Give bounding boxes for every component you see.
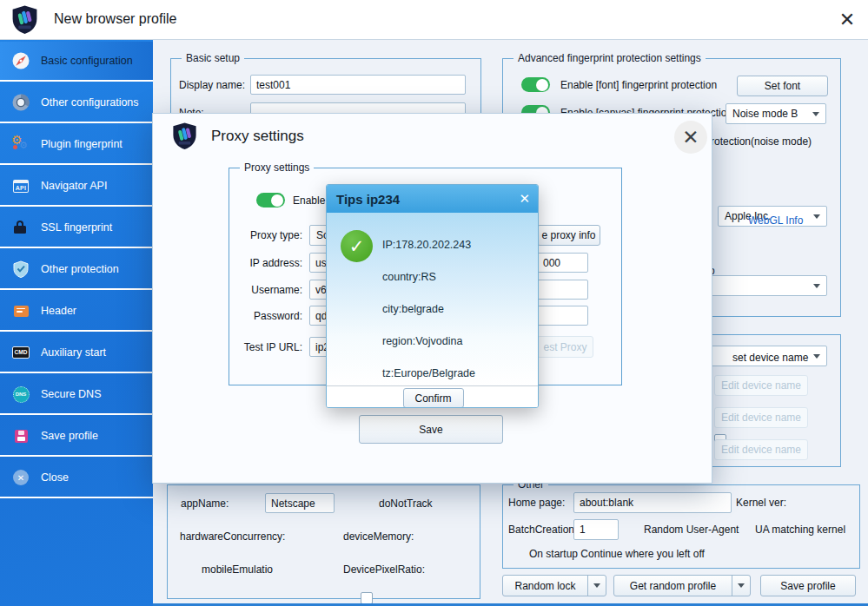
sidebar-item-label: Secure DNS	[41, 388, 101, 400]
hardware-concurrency-label: hardwareConcurrency:	[180, 530, 285, 543]
edit-device-name-button[interactable]: Edit device name	[714, 439, 808, 460]
sidebar-item-label: Plugin fingerprint	[41, 138, 123, 150]
sidebar-item-label: Header	[41, 305, 76, 317]
tips-line: country:RS	[382, 269, 475, 286]
sidebar-item-label: Close	[41, 471, 69, 484]
donottrack-checkbox[interactable]	[361, 592, 373, 604]
floppy-icon	[10, 425, 31, 446]
sidebar-item-close[interactable]: ✕ Close	[0, 458, 153, 498]
edit-device-name-button[interactable]: Edit device name	[714, 375, 808, 396]
sidebar-item-label: Navigator API	[41, 180, 107, 192]
group-legend: Advanced fingerprint protection settings	[514, 52, 706, 64]
font-protection-label: Enable [font] fingerprint protection	[560, 79, 717, 91]
tips-title: Tips ip234	[336, 192, 400, 207]
header-doc-icon	[10, 300, 31, 321]
sidebar-item-secure-dns[interactable]: DNS Secure DNS	[0, 375, 153, 415]
modal-close-icon[interactable]: ✕	[674, 121, 707, 154]
edit-device-name-button[interactable]: Edit device name	[714, 407, 808, 428]
sidebar-item-label: Other configurations	[41, 96, 139, 109]
tips-footer: Confirm	[327, 385, 539, 408]
sidebar-item-label: SSL fingerprint	[41, 221, 112, 234]
donottrack-label: doNotTrack	[379, 497, 433, 510]
sidebar-item-label: Auxiliary start	[41, 346, 106, 359]
titlebar: New browser profile ✕	[0, 0, 868, 40]
chevron-down-icon[interactable]	[732, 576, 750, 596]
sidebar-item-plugin-fingerprint[interactable]: ⚙⚙ Plugin fingerprint	[0, 125, 153, 165]
font-protection-toggle[interactable]	[521, 77, 550, 92]
modal-title: Proxy settings	[211, 128, 304, 145]
save-profile-button[interactable]: Save profile	[760, 575, 856, 596]
success-check-icon: ✓	[341, 230, 373, 262]
noise-mode-dropdown[interactable]: Noise mode B	[726, 103, 826, 124]
confirm-button[interactable]: Confirm	[403, 388, 464, 408]
modal-save-button[interactable]: Save	[359, 415, 503, 444]
password-label: Password:	[229, 310, 302, 322]
tips-line: city:belgrade	[382, 301, 475, 318]
app-window: New browser profile ✕ Basic configuratio…	[0, 0, 868, 606]
shield-check-icon	[10, 259, 31, 280]
sidebar-item-other-protection[interactable]: Other protection	[0, 250, 153, 290]
sidebar-item-label: Other protection	[41, 263, 119, 275]
kernel-version-label: Kernel ver:	[736, 497, 786, 509]
webgl-info-link[interactable]: WebGL Info	[748, 214, 803, 227]
get-random-profile-label: Get random profile	[614, 580, 732, 592]
tips-body: ✓ IP:178.20.202.243 country:RS city:belg…	[327, 213, 539, 385]
chevron-down-icon[interactable]	[587, 576, 606, 596]
close-circle-icon: ✕	[10, 467, 31, 488]
random-lock-label: Random lock	[503, 580, 587, 592]
test-ip-url-label: Test IP URL:	[229, 341, 302, 353]
random-user-agent-label: Random User-Agent	[644, 524, 739, 536]
window-close-icon[interactable]: ✕	[833, 7, 861, 33]
port-input[interactable]: 000	[537, 253, 588, 273]
browser-sphere-icon	[10, 92, 31, 113]
sidebar-item-basic-configuration[interactable]: Basic configuration	[0, 42, 153, 82]
tips-header: Tips ip234 ✕	[327, 185, 539, 213]
appname-input[interactable]: Netscape	[265, 493, 335, 513]
display-name-input[interactable]: test001	[250, 75, 466, 95]
dns-globe-icon: DNS	[10, 384, 31, 405]
modal-logo-icon	[170, 122, 199, 154]
tips-popup: Tips ip234 ✕ ✓ IP:178.20.202.243 country…	[326, 184, 539, 408]
tips-close-icon[interactable]: ✕	[519, 191, 530, 207]
api-window-icon: API	[10, 175, 31, 196]
set-device-name-label: set device name	[732, 352, 808, 364]
sidebar-item-other-configurations[interactable]: Other configurations	[0, 83, 153, 123]
sidebar-item-header[interactable]: Header	[0, 292, 153, 332]
enable-proxy-toggle[interactable]	[256, 193, 285, 207]
tips-line: IP:178.20.202.243	[382, 237, 475, 254]
sidebar-item-navigator-api[interactable]: API Navigator API	[0, 167, 153, 207]
get-random-profile-button[interactable]: Get random profile	[613, 575, 751, 596]
compass-icon	[10, 50, 31, 71]
homepage-input[interactable]: about:blank	[573, 492, 732, 513]
display-name-label: Display name:	[179, 79, 245, 91]
tips-line: region:Vojvodina	[382, 333, 475, 350]
gears-icon: ⚙⚙	[10, 134, 31, 155]
window-title: New browser profile	[54, 11, 176, 27]
paste-proxy-info-button[interactable]: e proxy info	[537, 225, 600, 246]
sidebar-item-auxiliary-start[interactable]: CMD Auxiliary start	[0, 333, 153, 373]
webgl-protection-label-fragment: rotection(noise mode)	[711, 135, 812, 148]
sidebar-item-ssl-fingerprint[interactable]: SSL fingerprint	[0, 208, 153, 248]
proxy-type-label: Proxy type:	[229, 229, 302, 241]
cmd-icon: CMD	[10, 342, 31, 363]
random-lock-button[interactable]: Random lock	[502, 575, 606, 596]
lock-icon	[10, 217, 31, 238]
tips-line: tz:Europe/Belgrade	[382, 366, 475, 382]
sidebar-item-save-profile[interactable]: Save profile	[0, 417, 153, 457]
appname-label: appName:	[181, 497, 229, 510]
ip-address-label: IP address:	[229, 257, 302, 269]
batch-creation-stepper[interactable]: 1	[573, 519, 619, 540]
mobile-emulation-label: mobileEmulatio	[202, 563, 273, 576]
device-memory-label: deviceMemory:	[343, 530, 414, 543]
ua-matching-kernel-label: UA matching kernel	[755, 524, 845, 536]
set-font-button[interactable]: Set font	[737, 76, 828, 96]
sidebar-item-label: Save profile	[41, 430, 98, 442]
sidebar-item-label: Basic configuration	[41, 55, 133, 67]
device-pixel-ratio-label: DevicePixelRatio:	[343, 563, 425, 576]
tips-ip-details: IP:178.20.202.243 country:RS city:belgra…	[382, 221, 475, 408]
group-legend: Proxy settings	[240, 161, 314, 174]
group-legend: Basic setup	[182, 52, 244, 64]
test-proxy-button[interactable]: est Proxy	[537, 336, 593, 358]
batch-creation-label: BatchCreation:	[508, 524, 577, 536]
username-label: Username:	[229, 284, 302, 296]
